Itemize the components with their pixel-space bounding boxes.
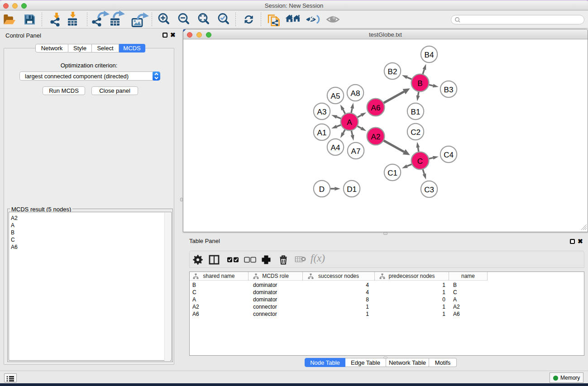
svg-text:B1: B1	[411, 108, 421, 116]
svg-text:C4: C4	[444, 151, 454, 159]
svg-text:B4: B4	[425, 51, 434, 59]
svg-text:A2: A2	[371, 133, 381, 141]
svg-text:A7: A7	[351, 147, 361, 156]
svg-text:A: A	[347, 118, 352, 127]
svg-text:D1: D1	[347, 185, 357, 194]
svg-text:A4: A4	[331, 143, 340, 152]
svg-text:C2: C2	[411, 128, 421, 137]
svg-text:A3: A3	[317, 108, 327, 116]
svg-text:B: B	[417, 79, 422, 88]
svg-text:C3: C3	[424, 186, 434, 194]
svg-text:A1: A1	[317, 129, 327, 137]
svg-text:A5: A5	[331, 92, 340, 100]
svg-text:C1: C1	[387, 169, 397, 177]
svg-text:A8: A8	[351, 89, 360, 98]
svg-text:B3: B3	[444, 86, 454, 94]
svg-text:A6: A6	[371, 104, 381, 112]
svg-text:C: C	[417, 157, 423, 166]
svg-text:D: D	[319, 185, 325, 194]
svg-text:B2: B2	[388, 67, 397, 76]
